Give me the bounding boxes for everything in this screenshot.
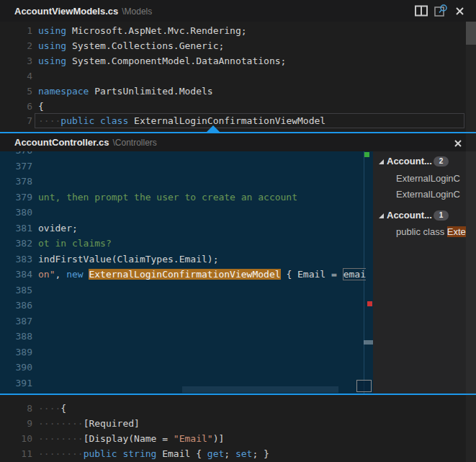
expand-arrow-icon[interactable]	[379, 159, 385, 165]
line-number: 8	[0, 401, 32, 416]
peek-editor[interactable]: 376 377 378 379unt, then prompt the user…	[0, 151, 373, 394]
line-number: 11	[0, 446, 32, 461]
reference-count-badge: 2	[434, 156, 449, 166]
code-line: 4	[0, 68, 476, 84]
horizontal-scrollbar-thumb[interactable]	[182, 386, 338, 393]
code-line: 10········[Display(Name = "Email")]	[0, 431, 476, 446]
code-text[interactable]: using System.ComponentModel.DataAnnotati…	[38, 53, 286, 68]
result-file-name: Account...	[387, 154, 432, 169]
code-line: 378	[0, 174, 373, 189]
peek-results-panel: Account... 2 ExternalLoginC ExternalLogi…	[373, 151, 476, 394]
result-reference-row[interactable]: ExternalLoginC	[373, 171, 476, 187]
peek-references-widget: AccountController.cs\Controllers 376 377…	[0, 132, 476, 395]
code-text[interactable]: ········[Display(Name = "Email")]	[38, 431, 224, 446]
code-text[interactable]: ovider;	[38, 221, 78, 236]
line-number: 390	[0, 360, 32, 375]
peek-body: 376 377 378 379unt, then prompt the user…	[0, 151, 476, 394]
peek-file-name: AccountController.cs	[14, 137, 109, 148]
line-number: 377	[0, 159, 32, 174]
code-line: 380	[0, 205, 373, 220]
close-icon[interactable]	[455, 6, 464, 19]
expand-arrow-icon[interactable]	[379, 213, 385, 219]
code-text[interactable]: on", new ExternalLoginConfirmationViewMo…	[38, 267, 366, 282]
line-number: 388	[0, 329, 32, 344]
line-number: 381	[0, 221, 32, 236]
line-number: 5	[0, 84, 32, 99]
code-text[interactable]: namespace PartsUnlimited.Models	[38, 84, 213, 99]
reference-text: ExternalLoginC	[396, 187, 460, 203]
peek-header: AccountController.cs\Controllers	[0, 133, 476, 151]
result-file-row[interactable]: Account... 2	[373, 154, 476, 169]
code-text[interactable]: using System.Collections.Generic;	[38, 38, 224, 53]
line-number: 380	[0, 205, 32, 220]
code-line: 388	[0, 329, 373, 344]
code-line: 2using System.Collections.Generic;	[0, 38, 476, 53]
file-title: AccountViewModels.cs\Models	[14, 6, 152, 17]
line-number: 376	[0, 151, 32, 158]
editor-title-bar: AccountViewModels.cs\Models	[0, 0, 476, 22]
code-line: 376	[0, 151, 373, 158]
editor-scrollbar-thumb[interactable]	[466, 22, 476, 45]
code-line: 3using System.ComponentModel.DataAnnotat…	[0, 53, 476, 68]
line-number: 3	[0, 53, 32, 68]
result-file-row[interactable]: Account... 1	[373, 208, 476, 223]
line-number: 389	[0, 345, 32, 360]
open-preview-icon[interactable]	[434, 4, 448, 20]
code-text[interactable]: ········[Required]	[38, 416, 140, 431]
code-line: 387	[0, 314, 373, 329]
peek-anchor-arrow	[207, 125, 220, 132]
line-number: 382	[0, 236, 32, 251]
line-number: 386	[0, 298, 32, 313]
line-number: 384	[0, 267, 32, 282]
result-reference-row[interactable]: ExternalLoginC	[373, 187, 476, 203]
line-number: 10	[0, 431, 32, 446]
vertical-scrollbar-thumb[interactable]	[364, 340, 373, 345]
line-number: 1	[0, 23, 32, 38]
line-number: 379	[0, 190, 32, 205]
code-line: 381ovider;	[0, 221, 373, 236]
code-line: 5namespace PartsUnlimited.Models	[0, 84, 476, 99]
code-text[interactable]: ····{	[38, 401, 66, 416]
line-number: 9	[0, 416, 32, 431]
close-icon[interactable]	[454, 138, 462, 151]
editor-pane-bottom: 8····{ 9········[Required] 10········[Di…	[0, 395, 476, 462]
code-text[interactable]: ····public class ExternalLoginConfirmati…	[38, 113, 325, 128]
peek-title: AccountController.cs\Controllers	[14, 137, 157, 148]
overview-mark-green	[364, 152, 369, 157]
line-number: 2	[0, 38, 32, 53]
file-path: \Models	[122, 6, 152, 17]
line-number: 383	[0, 252, 32, 267]
editor-vertical-scrollbar[interactable]	[466, 22, 476, 462]
code-text[interactable]: using Microsoft.AspNet.Mvc.Rendering;	[38, 23, 247, 38]
code-line: 383indFirstValue(ClaimTypes.Email);	[0, 252, 373, 267]
code-text[interactable]: ot in claims?	[38, 236, 112, 251]
code-text[interactable]: indFirstValue(ClaimTypes.Email);	[38, 252, 218, 267]
line-number: 4	[0, 68, 32, 84]
code-line: 7····public class ExternalLoginConfirmat…	[0, 113, 476, 128]
code-line: 386	[0, 298, 373, 313]
code-text[interactable]: unt, then prompt the user to create an a…	[38, 190, 297, 205]
code-line: 11········public string Email { get; set…	[0, 446, 476, 461]
code-line: 8····{	[0, 401, 476, 416]
peek-vertical-scrollbar[interactable]	[364, 151, 373, 394]
overview-mark-red	[367, 301, 372, 306]
code-line: 384on", new ExternalLoginConfirmationVie…	[0, 267, 373, 282]
line-number: 6	[0, 99, 32, 114]
reference-text: public class Exte	[396, 224, 466, 240]
split-editor-icon[interactable]	[415, 5, 428, 19]
result-reference-row[interactable]: public class Exte	[373, 224, 476, 240]
line-number: 385	[0, 283, 32, 298]
code-line: 377	[0, 159, 373, 174]
code-line: 385	[0, 283, 373, 298]
vscode-editor-window: { "colors": { "accent_blue": "#1c97ea", …	[0, 0, 476, 462]
code-line: 379unt, then prompt the user to create a…	[0, 190, 373, 205]
result-file-name: Account...	[387, 208, 432, 223]
reference-text: ExternalLoginC	[396, 171, 460, 187]
code-line: 390	[0, 360, 373, 375]
code-line: 389	[0, 345, 373, 360]
code-text[interactable]: {	[38, 99, 44, 114]
line-number: 391	[0, 376, 32, 391]
code-text[interactable]: ········public string Email { get; set; …	[38, 446, 269, 461]
reference-count-badge: 1	[434, 210, 449, 221]
code-line: 1using Microsoft.AspNet.Mvc.Rendering;	[0, 23, 476, 38]
